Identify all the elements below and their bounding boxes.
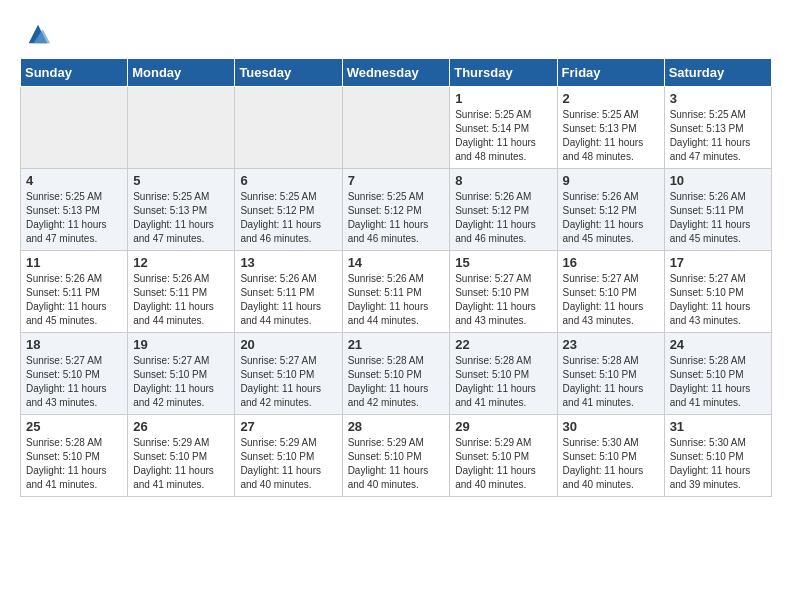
daylight-text: Daylight: 11 hours and 42 minutes. [133,383,214,408]
sunset-text: Sunset: 5:10 PM [563,287,637,298]
calendar-cell: 25Sunrise: 5:28 AM Sunset: 5:10 PM Dayli… [21,415,128,497]
day-number: 23 [563,337,659,352]
sunset-text: Sunset: 5:11 PM [240,287,314,298]
sunrise-text: Sunrise: 5:28 AM [563,355,639,366]
logo [20,20,52,48]
daylight-text: Daylight: 11 hours and 45 minutes. [670,219,751,244]
cell-content: Sunrise: 5:27 AM Sunset: 5:10 PM Dayligh… [670,272,766,328]
day-number: 24 [670,337,766,352]
sunrise-text: Sunrise: 5:27 AM [133,355,209,366]
day-number: 30 [563,419,659,434]
calendar-cell: 17Sunrise: 5:27 AM Sunset: 5:10 PM Dayli… [664,251,771,333]
sunrise-text: Sunrise: 5:26 AM [348,273,424,284]
calendar-cell: 5Sunrise: 5:25 AM Sunset: 5:13 PM Daylig… [128,169,235,251]
sunset-text: Sunset: 5:10 PM [670,369,744,380]
cell-content: Sunrise: 5:26 AM Sunset: 5:11 PM Dayligh… [26,272,122,328]
calendar-week-row: 25Sunrise: 5:28 AM Sunset: 5:10 PM Dayli… [21,415,772,497]
cell-content: Sunrise: 5:26 AM Sunset: 5:11 PM Dayligh… [670,190,766,246]
daylight-text: Daylight: 11 hours and 46 minutes. [455,219,536,244]
cell-content: Sunrise: 5:27 AM Sunset: 5:10 PM Dayligh… [133,354,229,410]
daylight-text: Daylight: 11 hours and 46 minutes. [348,219,429,244]
calendar-cell: 14Sunrise: 5:26 AM Sunset: 5:11 PM Dayli… [342,251,450,333]
sunrise-text: Sunrise: 5:27 AM [455,273,531,284]
calendar-cell: 26Sunrise: 5:29 AM Sunset: 5:10 PM Dayli… [128,415,235,497]
sunrise-text: Sunrise: 5:27 AM [240,355,316,366]
cell-content: Sunrise: 5:25 AM Sunset: 5:13 PM Dayligh… [670,108,766,164]
daylight-text: Daylight: 11 hours and 44 minutes. [348,301,429,326]
daylight-text: Daylight: 11 hours and 44 minutes. [240,301,321,326]
daylight-text: Daylight: 11 hours and 48 minutes. [563,137,644,162]
sunrise-text: Sunrise: 5:26 AM [455,191,531,202]
day-number: 12 [133,255,229,270]
calendar-cell: 3Sunrise: 5:25 AM Sunset: 5:13 PM Daylig… [664,87,771,169]
calendar-cell: 12Sunrise: 5:26 AM Sunset: 5:11 PM Dayli… [128,251,235,333]
sunrise-text: Sunrise: 5:25 AM [26,191,102,202]
sunset-text: Sunset: 5:12 PM [240,205,314,216]
sunrise-text: Sunrise: 5:26 AM [670,191,746,202]
calendar-cell [21,87,128,169]
calendar-header-row: SundayMondayTuesdayWednesdayThursdayFrid… [21,59,772,87]
calendar-cell: 10Sunrise: 5:26 AM Sunset: 5:11 PM Dayli… [664,169,771,251]
calendar-week-row: 11Sunrise: 5:26 AM Sunset: 5:11 PM Dayli… [21,251,772,333]
sunset-text: Sunset: 5:10 PM [240,369,314,380]
sunset-text: Sunset: 5:10 PM [563,369,637,380]
cell-content: Sunrise: 5:30 AM Sunset: 5:10 PM Dayligh… [563,436,659,492]
sunset-text: Sunset: 5:10 PM [348,369,422,380]
cell-content: Sunrise: 5:25 AM Sunset: 5:14 PM Dayligh… [455,108,551,164]
calendar-cell: 6Sunrise: 5:25 AM Sunset: 5:12 PM Daylig… [235,169,342,251]
day-of-week-header: Wednesday [342,59,450,87]
sunset-text: Sunset: 5:10 PM [455,451,529,462]
daylight-text: Daylight: 11 hours and 47 minutes. [26,219,107,244]
sunrise-text: Sunrise: 5:29 AM [455,437,531,448]
cell-content: Sunrise: 5:27 AM Sunset: 5:10 PM Dayligh… [240,354,336,410]
day-of-week-header: Sunday [21,59,128,87]
day-number: 31 [670,419,766,434]
day-number: 19 [133,337,229,352]
sunset-text: Sunset: 5:14 PM [455,123,529,134]
daylight-text: Daylight: 11 hours and 40 minutes. [563,465,644,490]
cell-content: Sunrise: 5:25 AM Sunset: 5:13 PM Dayligh… [563,108,659,164]
sunset-text: Sunset: 5:13 PM [563,123,637,134]
calendar-cell: 21Sunrise: 5:28 AM Sunset: 5:10 PM Dayli… [342,333,450,415]
sunset-text: Sunset: 5:12 PM [563,205,637,216]
sunrise-text: Sunrise: 5:25 AM [563,109,639,120]
sunrise-text: Sunrise: 5:29 AM [133,437,209,448]
calendar-cell: 15Sunrise: 5:27 AM Sunset: 5:10 PM Dayli… [450,251,557,333]
cell-content: Sunrise: 5:27 AM Sunset: 5:10 PM Dayligh… [455,272,551,328]
cell-content: Sunrise: 5:28 AM Sunset: 5:10 PM Dayligh… [348,354,445,410]
sunrise-text: Sunrise: 5:30 AM [670,437,746,448]
calendar-cell: 28Sunrise: 5:29 AM Sunset: 5:10 PM Dayli… [342,415,450,497]
day-number: 16 [563,255,659,270]
sunrise-text: Sunrise: 5:26 AM [240,273,316,284]
day-number: 21 [348,337,445,352]
sunrise-text: Sunrise: 5:25 AM [133,191,209,202]
daylight-text: Daylight: 11 hours and 42 minutes. [240,383,321,408]
sunset-text: Sunset: 5:13 PM [670,123,744,134]
day-number: 25 [26,419,122,434]
cell-content: Sunrise: 5:30 AM Sunset: 5:10 PM Dayligh… [670,436,766,492]
day-number: 9 [563,173,659,188]
cell-content: Sunrise: 5:26 AM Sunset: 5:12 PM Dayligh… [455,190,551,246]
daylight-text: Daylight: 11 hours and 41 minutes. [26,465,107,490]
sunrise-text: Sunrise: 5:28 AM [348,355,424,366]
daylight-text: Daylight: 11 hours and 46 minutes. [240,219,321,244]
cell-content: Sunrise: 5:26 AM Sunset: 5:11 PM Dayligh… [348,272,445,328]
sunset-text: Sunset: 5:10 PM [133,369,207,380]
sunrise-text: Sunrise: 5:30 AM [563,437,639,448]
cell-content: Sunrise: 5:28 AM Sunset: 5:10 PM Dayligh… [455,354,551,410]
sunrise-text: Sunrise: 5:28 AM [455,355,531,366]
sunrise-text: Sunrise: 5:26 AM [563,191,639,202]
daylight-text: Daylight: 11 hours and 43 minutes. [563,301,644,326]
day-number: 14 [348,255,445,270]
calendar-cell: 19Sunrise: 5:27 AM Sunset: 5:10 PM Dayli… [128,333,235,415]
daylight-text: Daylight: 11 hours and 41 minutes. [133,465,214,490]
day-number: 2 [563,91,659,106]
sunrise-text: Sunrise: 5:26 AM [26,273,102,284]
sunset-text: Sunset: 5:13 PM [133,205,207,216]
daylight-text: Daylight: 11 hours and 48 minutes. [455,137,536,162]
calendar-cell: 16Sunrise: 5:27 AM Sunset: 5:10 PM Dayli… [557,251,664,333]
daylight-text: Daylight: 11 hours and 43 minutes. [670,301,751,326]
day-of-week-header: Monday [128,59,235,87]
sunset-text: Sunset: 5:10 PM [26,369,100,380]
sunset-text: Sunset: 5:10 PM [455,287,529,298]
